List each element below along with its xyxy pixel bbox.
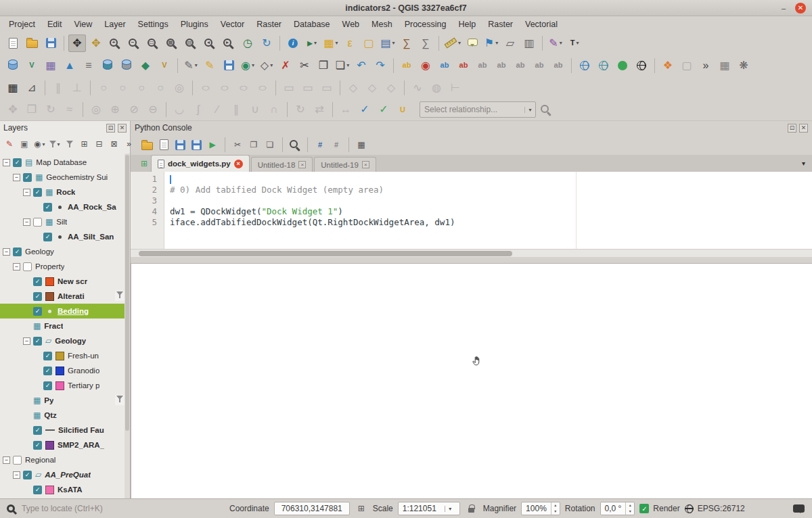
pan-to-selection-button[interactable]: ✥ — [87, 34, 105, 52]
layer-row[interactable]: ✓Tertiary p — [0, 378, 130, 393]
move-label-button[interactable]: ab — [512, 57, 529, 74]
visibility-checkbox[interactable]: ✓ — [43, 203, 52, 212]
pan-map-button[interactable]: ✥ — [68, 34, 86, 52]
save-script-as-button[interactable] — [189, 138, 203, 151]
vertex-tool-dropdown[interactable]: ▾ — [270, 62, 273, 68]
toggle-editing-button[interactable]: ✎ — [201, 57, 219, 74]
visibility-checkbox[interactable]: ✓ — [33, 277, 42, 286]
tree-expander[interactable]: − — [3, 456, 10, 464]
tree-expander[interactable]: − — [23, 218, 30, 226]
layer-row[interactable]: ✓Bedding — [0, 304, 130, 319]
osm-globe-button[interactable] — [633, 57, 650, 74]
code-lines[interactable]: # 0) Add tabified Dock Widget (empty are… — [164, 172, 812, 249]
measure-dropdown[interactable]: ▾ — [458, 40, 461, 46]
layer-row[interactable]: ✓Silcified Fau — [0, 423, 130, 438]
visibility-checkbox[interactable]: ✓ — [33, 188, 42, 197]
tree-expander[interactable]: − — [13, 471, 20, 479]
title-bar[interactable]: indicators2 - QGIS 3327ea6cf7 – ✕ — [0, 0, 812, 16]
new-bookmark-dropdown[interactable]: ▾ — [495, 40, 498, 46]
layer-row[interactable]: ✓AA_Silt_San — [0, 229, 130, 244]
add-feature-dropdown[interactable]: ▾ — [252, 62, 254, 68]
paste-features-dropdown[interactable]: ▾ — [346, 62, 349, 68]
new-shapefile-layer-button[interactable]: V — [156, 57, 173, 74]
layer-row[interactable]: ✓KsATA — [0, 482, 130, 497]
refresh-map-button[interactable]: ↻ — [258, 34, 275, 52]
add-group-button[interactable]: ▣ — [18, 137, 31, 151]
new-editor-tab-button[interactable]: ⊞ — [137, 157, 151, 170]
extents-toggle-button[interactable]: ⊞ — [355, 504, 368, 513]
cad-tools-button[interactable]: ▦ — [4, 79, 22, 97]
add-postgis-layer-button[interactable] — [99, 57, 116, 74]
layer-row[interactable]: −✓▱AA_PreQuat — [0, 467, 130, 482]
menu-settings[interactable]: Settings — [132, 18, 175, 31]
show-map-tips-button[interactable] — [464, 34, 481, 52]
geometry-checker-button[interactable]: ✓ — [375, 101, 392, 118]
zoom-full-extent-button[interactable]: ▭ — [144, 34, 162, 52]
new-print-layout-button[interactable]: ▱ — [501, 34, 519, 52]
rotate-label-button[interactable]: ab — [531, 57, 548, 74]
add-raster-layer-button[interactable]: ▦ — [42, 57, 60, 74]
menu-help[interactable]: Help — [452, 18, 482, 31]
manage-map-themes-dropdown[interactable]: ▾ — [42, 141, 45, 147]
filter-by-expression-button[interactable] — [63, 137, 76, 151]
visibility-checkbox[interactable]: ✓ — [33, 307, 42, 316]
current-edits-button[interactable]: ✎▾ — [182, 57, 200, 74]
find-text-button[interactable] — [288, 138, 302, 151]
menu-project[interactable]: Project — [3, 18, 41, 31]
menu-processing[interactable]: Processing — [399, 18, 453, 31]
run-feature-action-button[interactable]: ▸▾ — [303, 34, 321, 52]
zoom-out-button[interactable]: − — [125, 34, 143, 52]
show-hide-labels-button[interactable]: ab — [493, 57, 510, 74]
scale-select[interactable]: 1:121051 ▾ — [398, 502, 460, 515]
layer-diagram-button[interactable]: ◉ — [417, 57, 434, 74]
remove-layer-button[interactable]: ⊠ — [108, 137, 121, 151]
select-by-expression-button[interactable]: ε — [341, 34, 359, 52]
editor-horizontal-scrollbar[interactable] — [131, 249, 812, 257]
topology-checker-button[interactable]: ✓ — [356, 101, 374, 118]
tree-expander[interactable]: − — [13, 174, 20, 181]
cut-features-button[interactable]: ✂ — [296, 57, 313, 74]
add-mesh-layer-button[interactable]: ▲ — [61, 57, 78, 74]
layer-row[interactable]: ✓Alterati — [0, 289, 130, 304]
scrollbar-thumb[interactable] — [139, 251, 512, 256]
tree-expander[interactable]: − — [3, 248, 10, 256]
data-source-manager-button[interactable] — [4, 57, 22, 74]
float-console-button[interactable]: ⊡ — [788, 124, 796, 133]
object-inspector-button[interactable]: ▦ — [355, 138, 368, 151]
save-script-button[interactable] — [173, 138, 187, 151]
delete-selected-button[interactable]: ✗ — [277, 57, 294, 74]
deselect-all-button[interactable]: ▢ — [360, 34, 378, 52]
layers-scrollbar[interactable] — [125, 154, 130, 498]
select-features-dropdown[interactable]: ▾ — [336, 40, 338, 46]
open-project-button[interactable] — [23, 34, 41, 52]
field-calculator-button[interactable]: ∑ — [398, 34, 415, 52]
close-tab-icon[interactable]: × — [298, 161, 306, 168]
highlight-labels-button[interactable]: ab — [436, 57, 453, 74]
save-project-button[interactable] — [42, 34, 60, 52]
pin-labels-button[interactable]: ab — [474, 57, 491, 74]
close-tab-icon[interactable]: × — [234, 160, 243, 168]
layer-row[interactable]: −✓▦Geochemistry Sui — [0, 170, 130, 185]
filter-legend-dropdown[interactable]: ▾ — [58, 141, 60, 147]
rotation-down-button[interactable]: ▾ — [626, 509, 634, 515]
tab-list-dropdown[interactable]: ▾ — [795, 160, 812, 167]
geonode-button[interactable] — [614, 57, 631, 74]
statistical-summary-button[interactable]: ∑ — [417, 34, 434, 52]
diagram-options-button[interactable]: ab — [455, 57, 472, 74]
construction-mode-button[interactable]: ⊿ — [23, 79, 41, 97]
annotation-text-dropdown[interactable]: ▾ — [576, 40, 579, 46]
new-bookmark-button[interactable]: ⚑▾ — [482, 34, 500, 52]
editor-tab[interactable]: Untitled-18× — [251, 157, 313, 172]
tree-expander[interactable]: − — [3, 159, 10, 166]
zoom-to-selection-button[interactable]: ▦ — [163, 34, 181, 52]
visibility-checkbox[interactable]: ✓ — [43, 367, 52, 375]
map-canvas[interactable] — [131, 263, 812, 498]
uncomment-code-button[interactable]: # — [330, 138, 343, 151]
menu-vectorial[interactable]: Vectorial — [519, 18, 564, 31]
locate-search[interactable]: Type to locate (Ctrl+K) — [7, 504, 225, 513]
zoom-next-button[interactable]: ▸ — [220, 34, 238, 52]
menu-edit[interactable]: Edit — [41, 18, 68, 31]
menu-layer[interactable]: Layer — [98, 18, 131, 31]
add-vector-layer-button[interactable]: V — [23, 57, 41, 74]
vertex-tool-button[interactable]: ◇▾ — [258, 57, 275, 74]
